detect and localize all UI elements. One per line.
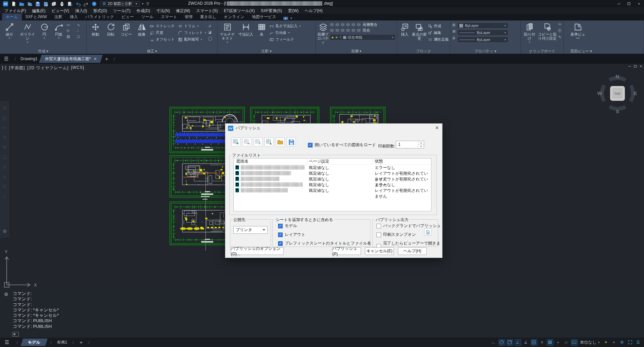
line-button[interactable]: 線分▼ [1,21,17,49]
transparency-icon[interactable] [547,339,553,346]
close-button[interactable]: × [634,0,644,7]
cut-icon[interactable]: ✂ [558,22,561,27]
lt-measure-icon[interactable]: ∿ [3,174,7,179]
layer-tool-icon[interactable] [340,23,345,27]
menu-modify[interactable]: 修正(M) [173,7,193,14]
dialog-title-bar[interactable]: パブリッシュ [225,124,442,133]
doc-tab-active[interactable]: 外贸大厦综合布线施工图* ✕ [39,55,103,63]
layer-tool-icon[interactable] [335,28,339,33]
doc-restore-icon[interactable] [634,65,637,68]
osnap-icon[interactable] [507,339,513,346]
dim-linear-button[interactable]: 長さ寸法記入▼ [269,24,301,29]
layer-current-label[interactable]: 現在 [363,28,370,33]
prefix-checkbox[interactable]: ✓ [278,241,283,246]
layout-tab[interactable]: 布局1 [54,340,71,345]
ribbon-tab-smart[interactable]: スマート [157,13,181,20]
sheet-down-button[interactable] [265,137,274,146]
ribbon-tab-annotate[interactable]: 注釈 [51,13,66,20]
layer-tool-icon[interactable] [357,23,361,27]
minimize-button[interactable] [614,0,624,7]
background-publish-checkbox[interactable] [376,224,381,228]
lt-export-icon[interactable]: ⎙ [3,164,6,170]
lt-list-icon[interactable]: ≔ [3,125,7,130]
copy-doc-icon[interactable] [50,1,57,7]
layer-tool-icon[interactable] [346,23,350,27]
doc-tab-menu-icon[interactable]: ☰ [0,56,12,62]
publish-button[interactable]: パブリッシュ(P) [332,247,361,255]
menu-smart[interactable]: スマート(S) [193,7,221,14]
save-list-button[interactable] [287,137,296,146]
layer-combo[interactable]: ● ☀ ⚿ 综合布线 ▼ [330,34,396,40]
command-line-area[interactable]: ⚙ コマンド: コマンド: コマンド: コマンド: *キャンセル* コマンド: … [0,290,644,338]
panel-label-properties[interactable]: プロパティ ▾ [450,49,520,54]
color-palette-icon[interactable]: ◍ [452,23,456,27]
layer-tool-icon[interactable] [330,28,334,33]
menu-window[interactable]: 窓(W) [285,7,302,14]
ribbon-tab-sxf-jww[interactable]: SXFとJWW [22,13,51,20]
base-point-button[interactable]: 基点の変更 [411,21,427,49]
circle-button[interactable]: 円▼ [38,21,51,49]
sheet-up-button[interactable] [254,137,263,146]
panel-label-block[interactable]: ブロック [397,49,450,54]
plot-stamp-row[interactable]: 印刷スタンプオン [376,232,442,237]
block-create-button[interactable]: 作成 [428,24,449,29]
menu-format[interactable]: 形式(O) [90,7,110,14]
spinner-down-icon[interactable]: ▼ [418,145,424,148]
file-list-row[interactable]: 既定値なしエラーなし [234,182,431,187]
layer-tool-icon[interactable] [335,23,339,27]
statusbar-menu-icon[interactable]: ☰ [0,339,14,345]
jww-open-icon[interactable]: JWW [26,1,33,7]
menu-insert[interactable]: 挿入(I) [72,7,90,14]
publish-to-dropdown[interactable]: プリンタ [233,226,268,234]
layer-properties-button[interactable]: 画層プロパティ [317,21,329,49]
menu-dimension[interactable]: 寸法(N) [153,7,173,14]
publish-dialog[interactable]: パブリッシュ ✕ ✓ 開いているすべての図面をロード 印刷部数: 1 ▲▼ ファ… [225,123,443,258]
spinner-up-icon[interactable]: ▲ [418,141,424,145]
selection-cycling-icon[interactable]: ＋ [555,339,561,346]
file-list[interactable]: 図面名 ページ設定 状態 既定値なしエラーなし既定値なしレイアウトが初期化されて… [233,158,431,211]
annotation-scale-icon[interactable]: 0.0 [571,339,578,346]
dynamic-ucs-icon[interactable]: ∡ [523,339,529,346]
match-properties-icon[interactable]: ✎ [558,35,561,39]
col-drawing-name[interactable]: 図面名 [236,159,248,164]
polar-tracking-icon[interactable] [499,339,505,346]
ribbon-collapse-down-icon[interactable]: ▼ [289,17,294,20]
help-button[interactable]: ヘルプ(H) [398,247,427,255]
vp-visual-style-control[interactable]: [2D ワイヤフレーム] [27,65,68,71]
insert-block-button[interactable]: 挿入 [399,21,411,49]
menu-tools[interactable]: ツール(T) [110,7,134,14]
dimension-button[interactable]: 寸法記入 [236,21,255,49]
ribbon-tab-insert[interactable]: 挿入 [66,13,82,20]
annotation-monitor-icon[interactable]: ✶ [603,339,609,346]
hatch-icon[interactable]: ▨ [66,34,70,39]
panel-label-drawing-view[interactable]: 図面ビュー ▾ [564,49,644,54]
file-list-row[interactable]: 既定値なしエラーなし [234,165,431,170]
move-button[interactable]: 移動 [88,21,103,49]
lineweight-icon[interactable]: ≡ [539,339,545,346]
menu-et-tools[interactable]: ET拡張ツール(X) [221,7,258,14]
zwcad-logo-icon[interactable] [2,1,9,7]
menu-help[interactable]: ヘルプ(H) [302,7,326,14]
block-edit-button[interactable]: 編集 [428,30,449,35]
cancel-button[interactable]: キャンセル(E) [365,247,394,255]
dynamic-input-icon[interactable] [531,339,537,346]
ribbon-tab-map[interactable]: 地図サービス [248,13,280,20]
offset-button[interactable]: オフセット [150,37,175,42]
lt-block-icon[interactable]: ❏ [3,155,7,160]
field-button[interactable]: フィールド [269,37,301,42]
maximize-button[interactable] [624,0,634,7]
lineweight-list-icon[interactable]: 〓 [452,29,456,34]
plot-stamp-settings-button[interactable] [424,228,432,236]
table-button[interactable]: 表 [256,21,267,49]
copy-button[interactable]: コピー [119,21,134,49]
load-list-button[interactable] [276,137,285,146]
include-prefix-row[interactable]: ✓プレフィックスシートのタイトルとファイル名 [278,241,371,246]
ribbon-tab-view[interactable]: ビュー [118,13,138,20]
ribbon-tab-home[interactable]: ホーム [2,13,22,20]
ribbon-collapse-up-icon[interactable]: ▲ [283,17,288,20]
lt-edit-icon[interactable]: ◱ [3,115,7,120]
clean-screen-icon[interactable] [627,339,633,346]
layer-tool-icon[interactable] [357,28,361,33]
mtext-button[interactable]: マルチテキスト▼ [219,21,236,49]
help-icon[interactable]: ? [91,1,97,7]
